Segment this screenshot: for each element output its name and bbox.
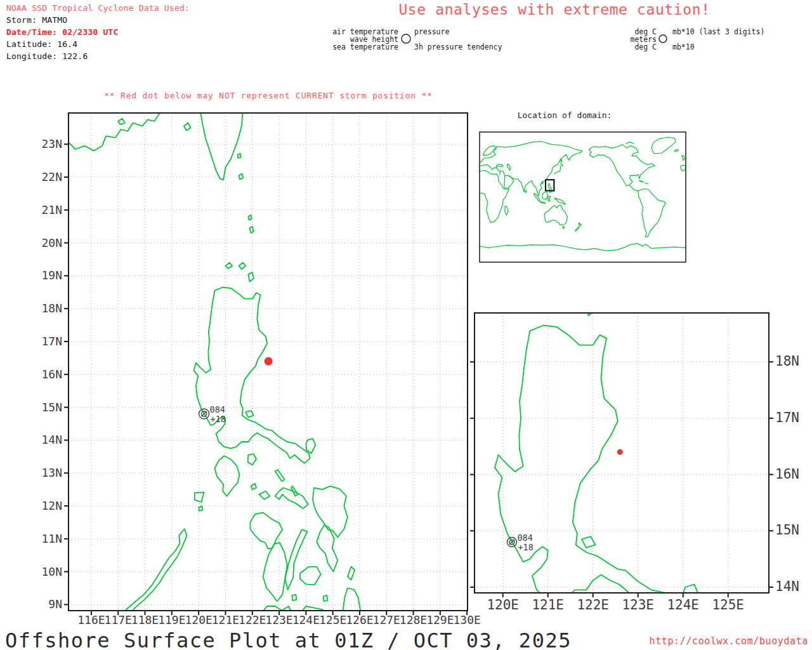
sample-station-circle-icon bbox=[658, 34, 668, 44]
map-frame bbox=[475, 313, 769, 593]
lat-tick-label: 15N bbox=[775, 522, 799, 538]
storm-position-dot bbox=[617, 449, 623, 455]
lon-tick-label: 120E bbox=[481, 597, 525, 613]
coastline bbox=[250, 512, 282, 548]
coastline bbox=[184, 123, 191, 131]
world-coastline bbox=[534, 193, 540, 201]
world-coastline bbox=[629, 185, 638, 191]
lat-tick-label: 12N bbox=[27, 499, 62, 512]
lat-tick-label: 13N bbox=[27, 466, 62, 479]
lat-tick-label: 11N bbox=[27, 532, 62, 545]
lat-tick-label: 17N bbox=[27, 335, 62, 348]
coastline bbox=[343, 588, 362, 614]
lon-tick-label: 125E bbox=[706, 597, 750, 613]
world-coastline bbox=[542, 192, 548, 200]
coastline bbox=[239, 174, 244, 180]
coastline bbox=[194, 288, 310, 463]
world-coastline bbox=[682, 156, 685, 161]
world-coastline bbox=[525, 190, 527, 193]
world-coastline bbox=[652, 137, 676, 154]
lat-tick-label: 19N bbox=[27, 269, 62, 282]
coastline bbox=[285, 529, 307, 590]
coastline bbox=[292, 595, 296, 600]
coastline bbox=[300, 567, 321, 585]
world-coastline bbox=[579, 222, 582, 226]
data-source-line: NOAA SSD Tropical Cyclone Data Used: bbox=[6, 3, 190, 13]
lat-tick-label: 16N bbox=[775, 467, 799, 482]
world-coastline bbox=[575, 227, 579, 231]
lon-tick-label: 121E bbox=[526, 597, 570, 613]
coastline bbox=[239, 263, 246, 269]
world-coastline bbox=[507, 164, 511, 170]
world-coastline bbox=[625, 142, 634, 143]
station-plot: 084+18 bbox=[199, 404, 226, 424]
storm-position-dot bbox=[265, 357, 273, 366]
main-map: 084+18 bbox=[56, 100, 481, 625]
coastline bbox=[251, 484, 257, 489]
coastline bbox=[248, 215, 251, 220]
storm-latitude-line: Latitude: 16.4 bbox=[6, 39, 77, 49]
world-coastline bbox=[504, 175, 514, 189]
zoom-inset-map: 084+18 bbox=[462, 300, 783, 606]
station-slash-icon bbox=[202, 411, 207, 416]
world-coastline bbox=[674, 149, 678, 152]
station-tendency-value: +18 bbox=[211, 414, 226, 424]
coastline bbox=[275, 470, 285, 481]
lon-tick-label: 122E bbox=[571, 597, 615, 613]
legend-pressure: pressure bbox=[414, 27, 449, 36]
world-coastline bbox=[480, 147, 497, 163]
legend-unit-tendency: mb*10 bbox=[672, 43, 695, 51]
world-coastline bbox=[544, 205, 567, 225]
coastline bbox=[126, 529, 187, 614]
world-coastline bbox=[548, 183, 552, 192]
station-pressure-value: 084 bbox=[517, 533, 532, 543]
lat-tick-label: 14N bbox=[27, 433, 62, 446]
world-coastline bbox=[645, 183, 648, 184]
world-coastline bbox=[480, 170, 509, 222]
legend-pressure-tendency: 3h pressure tendency bbox=[414, 43, 502, 51]
lat-tick-label: 10N bbox=[27, 565, 62, 578]
lat-tick-label: 23N bbox=[27, 137, 62, 150]
world-coastline bbox=[542, 183, 543, 184]
legend-unit-pressure: mb*10 (last 3 digits) bbox=[672, 27, 764, 36]
coastline bbox=[263, 543, 287, 601]
world-coastline bbox=[483, 146, 496, 156]
world-coastline bbox=[480, 164, 501, 175]
map-layers: 084+18 bbox=[67, 110, 468, 614]
legend-sea-temperature: sea temperature bbox=[284, 43, 398, 51]
station-pressure-value: 084 bbox=[210, 404, 225, 415]
world-coastline bbox=[561, 159, 562, 164]
coastline bbox=[246, 411, 254, 417]
coastline bbox=[275, 488, 308, 509]
lat-tick-label: 9N bbox=[27, 597, 62, 611]
coastline bbox=[67, 110, 161, 151]
coastline bbox=[348, 567, 355, 580]
lat-tick-label: 18N bbox=[775, 354, 799, 369]
coastline bbox=[586, 300, 595, 315]
lon-tick-label: 130E bbox=[447, 613, 487, 627]
coastline bbox=[248, 272, 254, 282]
station-inner-circle-icon bbox=[201, 411, 206, 416]
coastline bbox=[313, 486, 348, 537]
coastline bbox=[259, 491, 270, 500]
coastline bbox=[495, 326, 690, 607]
world-coastline bbox=[638, 189, 665, 237]
coastline bbox=[195, 492, 204, 502]
coastline bbox=[291, 486, 298, 496]
plot-title: Offshore Surface Plot at 01Z / OCT 03, 2… bbox=[5, 628, 572, 650]
coastline bbox=[324, 595, 327, 601]
coastline bbox=[215, 456, 240, 496]
lat-tick-label: 16N bbox=[27, 368, 62, 381]
storm-longitude-line: Longitude: 122.6 bbox=[6, 51, 88, 61]
buoy-plot-page: NOAA SSD Tropical Cyclone Data Used: Sto… bbox=[0, 0, 812, 650]
world-coastline bbox=[497, 142, 582, 196]
domain-rectangle bbox=[546, 180, 554, 190]
world-coastline bbox=[639, 180, 643, 182]
lat-tick-label: 14N bbox=[775, 579, 799, 594]
caution-banner: Use analyses with extreme caution! bbox=[364, 1, 745, 18]
coastline bbox=[248, 454, 257, 465]
coastline bbox=[200, 110, 243, 180]
coastline bbox=[250, 227, 254, 233]
station-slash-icon bbox=[509, 540, 514, 545]
coastline bbox=[317, 525, 337, 572]
